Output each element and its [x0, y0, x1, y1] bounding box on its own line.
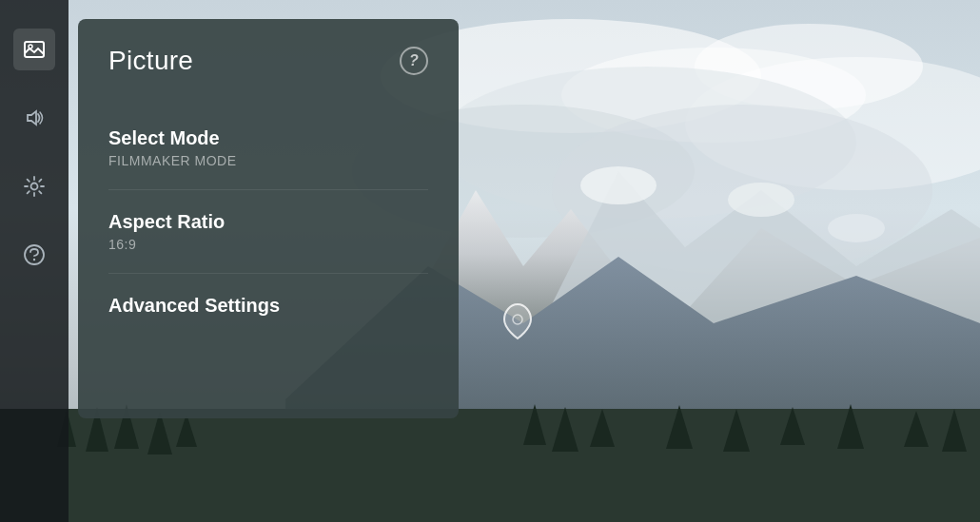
sidebar-item-picture[interactable]: [13, 29, 55, 70]
cursor: [502, 302, 533, 344]
aspect-ratio-subtitle: 16:9: [108, 237, 428, 252]
panel-title: Picture: [108, 46, 193, 76]
svg-point-34: [33, 259, 35, 261]
svg-point-10: [580, 166, 657, 204]
svg-point-12: [828, 214, 885, 242]
aspect-ratio-item[interactable]: Aspect Ratio 16:9: [108, 190, 428, 274]
svg-point-33: [25, 245, 44, 264]
sidebar-item-sound[interactable]: [13, 97, 55, 139]
help-button[interactable]: ?: [400, 47, 428, 75]
svg-point-30: [29, 45, 32, 48]
select-mode-item[interactable]: Select Mode FILMMAKER MODE: [108, 106, 428, 190]
advanced-settings-item[interactable]: Advanced Settings: [108, 274, 428, 341]
svg-marker-31: [28, 111, 36, 125]
sidebar: [0, 0, 69, 522]
svg-point-11: [728, 183, 794, 217]
sidebar-item-settings[interactable]: [13, 165, 55, 207]
svg-point-32: [31, 184, 38, 190]
picture-panel: Picture ? Select Mode FILMMAKER MODE Asp…: [78, 19, 459, 418]
aspect-ratio-title: Aspect Ratio: [108, 211, 428, 233]
select-mode-title: Select Mode: [108, 127, 428, 149]
svg-rect-14: [0, 409, 980, 522]
select-mode-subtitle: FILMMAKER MODE: [108, 153, 428, 168]
panel-header: Picture ?: [108, 46, 428, 76]
sidebar-item-support[interactable]: [13, 234, 55, 276]
advanced-settings-title: Advanced Settings: [108, 295, 428, 317]
